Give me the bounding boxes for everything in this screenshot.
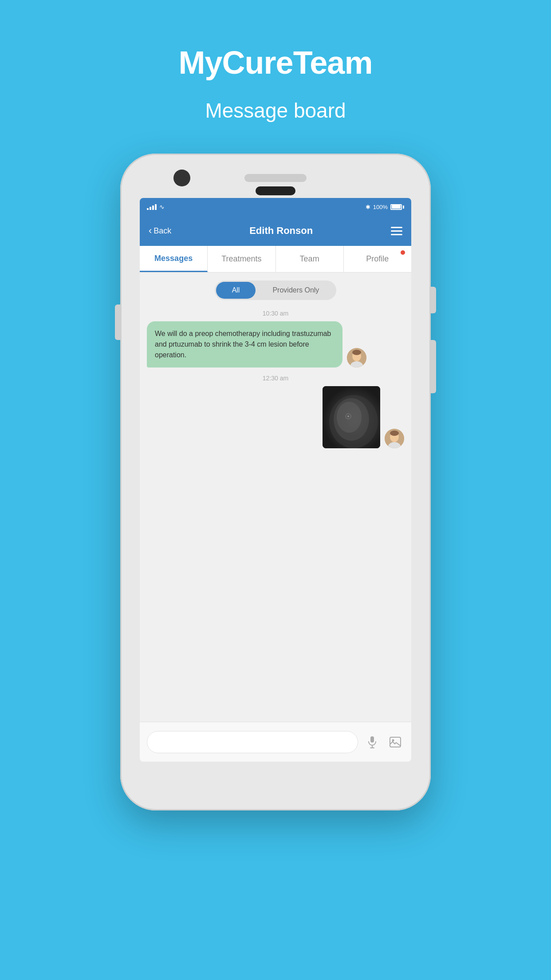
bluetooth-icon: ✱ — [366, 204, 370, 210]
svg-point-2 — [352, 350, 361, 355]
signal-bar-1 — [147, 208, 149, 210]
tab-profile-label: Profile — [366, 254, 389, 264]
battery-fill — [392, 205, 401, 209]
messages-scroll: 10:30 am We will do a preop chemotherapy… — [140, 305, 411, 722]
timestamp-2: 12:30 am — [147, 375, 404, 382]
tab-team[interactable]: Team — [276, 246, 344, 272]
tab-messages[interactable]: Messages — [140, 246, 208, 272]
hamburger-line-1 — [391, 227, 402, 228]
scan-visual — [323, 386, 380, 448]
battery-percent: 100% — [373, 204, 388, 210]
hamburger-menu[interactable] — [391, 227, 402, 235]
svg-point-17 — [392, 739, 394, 741]
timestamp-1: 10:30 am — [147, 310, 404, 317]
wifi-icon: ∿ — [159, 203, 165, 210]
profile-badge — [401, 250, 405, 255]
tab-treatments[interactable]: Treatments — [208, 246, 276, 272]
power-button-top — [431, 287, 436, 313]
filter-toggle: All Providers Only — [140, 273, 411, 305]
svg-point-11 — [390, 431, 399, 436]
tab-team-label: Team — [300, 254, 319, 264]
battery-tip — [403, 205, 404, 209]
scan-overlay — [323, 386, 380, 448]
volume-button — [115, 304, 120, 340]
message-row-2 — [147, 386, 404, 448]
hamburger-line-3 — [391, 234, 402, 235]
avatar-svg-1 — [347, 348, 366, 368]
signal-bar-2 — [150, 207, 151, 210]
back-chevron-icon: ‹ — [149, 225, 152, 237]
tab-bar: Messages Treatments Team Profile — [140, 246, 411, 273]
providers-only-filter-button[interactable]: Providers Only — [256, 282, 335, 299]
message-bubble-1: We will do a preop chemotherapy includin… — [147, 321, 342, 368]
earpiece — [256, 186, 295, 195]
status-right: ✱ 100% — [366, 204, 404, 210]
svg-point-6 — [337, 402, 362, 433]
microphone-icon[interactable] — [363, 733, 381, 751]
signal-icon — [147, 204, 157, 210]
image-svg — [390, 737, 401, 747]
avatar-2 — [385, 429, 404, 448]
signal-bar-4 — [155, 204, 157, 210]
status-left: ∿ — [147, 203, 165, 210]
svg-rect-13 — [370, 736, 374, 743]
back-button[interactable]: ‹ Back — [149, 225, 171, 237]
input-bar — [140, 722, 411, 762]
tab-profile[interactable]: Profile — [344, 246, 411, 272]
signal-bar-3 — [152, 205, 154, 210]
medical-scan-image — [323, 386, 380, 448]
message-row-1: We will do a preop chemotherapy includin… — [147, 321, 404, 368]
hamburger-line-2 — [391, 230, 402, 232]
phone-frame: ∿ ✱ 100% ‹ Back Edith Ronson — [120, 154, 431, 810]
toggle-container: All Providers Only — [215, 281, 337, 300]
camera — [173, 170, 190, 186]
nav-title: Edith Ronson — [249, 225, 313, 237]
image-picker-icon[interactable] — [386, 733, 404, 751]
svg-point-8 — [347, 415, 349, 417]
tab-messages-label: Messages — [154, 254, 193, 263]
power-button-mid — [431, 340, 436, 393]
mic-svg — [367, 736, 378, 748]
app-subtitle: Message board — [205, 99, 346, 122]
battery-icon — [390, 204, 404, 210]
phone-screen: ∿ ✱ 100% ‹ Back Edith Ronson — [140, 198, 411, 762]
message-text-1: We will do a preop chemotherapy includin… — [155, 330, 331, 359]
avatar-1 — [347, 348, 366, 368]
avatar-svg-2 — [385, 429, 404, 448]
back-label[interactable]: Back — [153, 226, 171, 236]
battery-body — [390, 204, 402, 210]
all-filter-button[interactable]: All — [216, 282, 256, 299]
message-input[interactable] — [147, 731, 358, 753]
message-area: All Providers Only 10:30 am We will do a… — [140, 273, 411, 722]
status-bar: ∿ ✱ 100% — [140, 198, 411, 216]
speaker — [244, 174, 307, 182]
app-title: MyCureTeam — [179, 44, 373, 81]
tab-treatments-label: Treatments — [221, 254, 261, 264]
nav-bar: ‹ Back Edith Ronson — [140, 216, 411, 246]
